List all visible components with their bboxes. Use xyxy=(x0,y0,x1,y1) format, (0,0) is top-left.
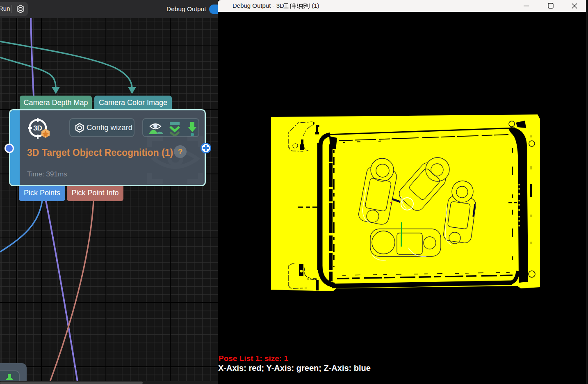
svg-text:3D: 3D xyxy=(33,124,42,132)
